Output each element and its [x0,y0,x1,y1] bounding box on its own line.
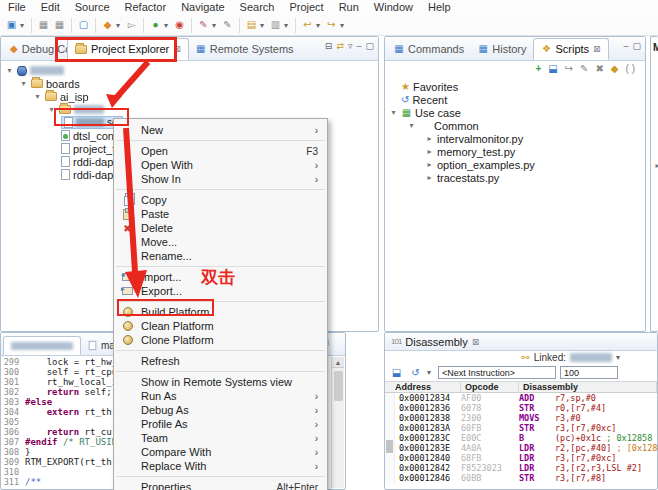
disassembly-rows[interactable]: 0x00012834AF00ADDr7,sp,#0 0x000128366078… [385,393,657,483]
disassembly-row[interactable]: 0x0001283E4A0ALDRr2,[pc,#40] ; [0x12868] [385,443,657,453]
delete-script-icon[interactable]: ✖ [595,63,603,74]
braces-icon[interactable]: ( ) [626,63,635,74]
tab-history[interactable]: ▦ History [471,38,533,60]
chevron-down-icon[interactable]: ▾ [33,92,42,101]
disassembly-row[interactable]: 0x00012834AF00ADDr7,sp,#0 [385,393,657,403]
column-opcode[interactable]: Opcode [461,382,519,392]
column-address[interactable]: Address [385,382,461,392]
maximize-icon[interactable]: ▢ [632,41,641,51]
menu-item-properties[interactable]: PropertiesAlt+Enter [114,480,327,490]
menu-run[interactable]: Run [339,1,359,14]
menu-item-paste[interactable]: Paste [114,207,327,221]
tree-item-recent[interactable]: ↺ Recent [385,93,645,106]
disassembly-row[interactable]: 0x0001284660BBSTRr3,[r7,#8] [385,473,657,483]
run-icon[interactable]: ◉ [172,18,187,33]
tree-item-memory-test[interactable]: ▸ memory_test.py [385,145,645,158]
disassembly-row[interactable]: 0x0001284068FBLDRr3,[r7,#0xc] [385,453,657,463]
linked-caret-icon[interactable]: ▾ [616,353,623,362]
menu-item-replace-with[interactable]: Replace With› [114,459,327,473]
back-caret-icon[interactable]: ▾ [316,21,323,30]
menu-item-profile-as[interactable]: Profile As› [114,417,327,431]
open-element-icon[interactable]: ▤ [244,18,259,33]
tab-close-icon[interactable]: ⊠ [472,337,480,347]
import-script-icon[interactable]: ⬓ [548,63,557,74]
back-icon[interactable]: ↩ [300,18,315,33]
maximize-icon[interactable]: ▢ [365,41,374,51]
disassembly-row[interactable]: 0x0001283CE00CB(pc)+0x1c ; 0x12858 [385,433,657,443]
chevron-right-icon[interactable]: ▸ [425,147,434,156]
menu-item-new[interactable]: New› [114,123,327,137]
export-icon[interactable]: ⬓ [389,365,404,380]
editor-scrollbar[interactable]: ▲ [331,357,344,488]
chevron-right-icon[interactable]: ▸ [425,173,434,182]
menu-item-run-as[interactable]: Run As› [114,389,327,403]
menu-item-open-with[interactable]: Open With› [114,158,327,172]
open-element-caret-icon[interactable]: ▾ [260,21,267,30]
paint-icon[interactable]: ✎ [196,18,211,33]
redacted-link-target[interactable] [570,353,612,362]
menu-item-delete[interactable]: ✖Delete [114,221,327,235]
link-editor-icon[interactable]: ⇄ [336,41,344,51]
menu-item-show-in-remote-systems[interactable]: Show in Remote Systems view [114,375,327,389]
debug-icon[interactable]: ◆ [100,18,115,33]
menu-item-compare-with[interactable]: Compare With› [114,445,327,459]
chevron-down-icon[interactable]: ▾ [407,121,416,130]
tab-commands[interactable]: ▦ Commands [387,38,471,60]
chevron-right-icon[interactable]: ▸ [425,160,434,169]
tree-item-use-case[interactable]: ▾ ▦ Use case [385,106,645,119]
history-caret-icon[interactable]: ▾ [427,368,434,377]
tree-item-ai-isp[interactable]: ▾ ai_isp [1,90,378,103]
tree-item-option-examples[interactable]: ▸ option_examples.py [385,158,645,171]
chevron-right-icon[interactable]: ▸ [425,134,434,143]
add-script-icon[interactable]: + [535,63,541,74]
chevron-down-icon[interactable]: ▾ [389,108,398,117]
mark-occurrences-icon[interactable]: ▥ [268,18,283,33]
key-caret-icon[interactable]: ▾ [164,21,171,30]
disassembly-row[interactable]: 0x0001283A60FBSTRr3,[r7,#0xc] [385,423,657,433]
minimize-icon[interactable]: – [356,41,361,51]
paint-caret-icon[interactable]: ▾ [212,21,219,30]
chevron-down-icon[interactable]: ▾ [5,66,14,75]
minimize-icon[interactable]: – [623,41,628,51]
menu-refactor[interactable]: Refactor [125,1,167,14]
pencil-icon[interactable]: ✎ [220,18,235,33]
tab-debug-control[interactable]: ◆ Debug Control [3,38,67,60]
run-script-icon[interactable]: ↪ [565,63,573,74]
menu-item-refresh[interactable]: Refresh [114,354,327,368]
menu-item-clone-platform[interactable]: Clone Platform [114,333,327,347]
skip-icon[interactable]: ▻ [124,18,139,33]
tab-project-explorer[interactable]: Project Explorer ⊠ [67,38,189,60]
history-dropdown-icon[interactable]: ↺ [408,365,423,380]
tree-item-tracestats[interactable]: ▸ tracestats.py [385,171,645,184]
tree-item-root[interactable]: ▾ [1,64,378,77]
menu-item-build-platform[interactable]: Build Platform [114,305,327,319]
menu-source[interactable]: Source [75,1,110,14]
debug-caret-icon[interactable]: ▾ [116,21,123,30]
tree-item-favorites[interactable]: ★ Favorites [385,80,645,93]
editor-tab-current[interactable] [3,336,81,355]
collapse-all-icon[interactable]: ⊟ [325,41,333,51]
menu-item-debug-as[interactable]: Debug As› [114,403,327,417]
menu-item-export[interactable]: Export... [114,284,327,298]
menu-search[interactable]: Search [240,1,275,14]
mark-caret-icon[interactable]: ▾ [284,21,291,30]
menu-navigate[interactable]: Navigate [181,1,224,14]
menu-edit[interactable]: Edit [41,1,60,14]
menu-item-clean-platform[interactable]: Clean Platform [114,319,327,333]
menu-item-rename[interactable]: Rename... [114,249,327,263]
tree-item-common[interactable]: ▾ Common [385,119,645,132]
disassembly-row[interactable]: 0x000128366078STRr0,[r7,#4] [385,403,657,413]
column-disassembly[interactable]: Disassembly [519,382,657,392]
forward-icon[interactable]: ↪ [324,18,339,33]
tree-item-boards[interactable]: ▾ boards [1,77,378,90]
instruction-count-input[interactable]: 100 [560,366,618,379]
view-menu-icon[interactable]: ▿ [348,41,353,51]
tree-item-platform-folder[interactable]: ▾ [1,103,378,116]
chevron-down-icon[interactable]: ▾ [19,79,28,88]
disassembly-row[interactable]: 0x000128382300MOVSr3,#0 [385,413,657,423]
key-icon[interactable]: ● [148,18,163,33]
refresh-scripts-icon[interactable]: ◆ [611,63,619,74]
menu-project[interactable]: Project [289,1,323,14]
scrollbar-thumb[interactable] [334,371,343,401]
address-input[interactable]: <Next Instruction> [438,366,556,379]
